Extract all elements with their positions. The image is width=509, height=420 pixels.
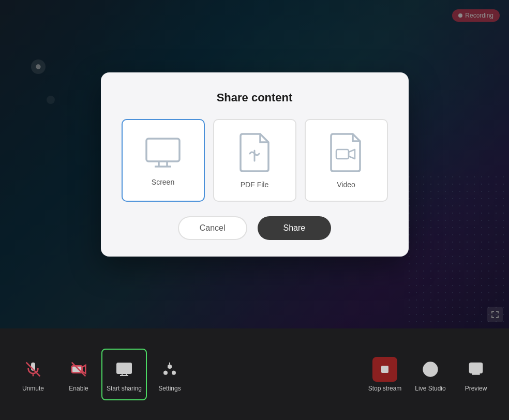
- video-area: Recording Share content Screen: [0, 0, 509, 328]
- toolbar-item-preview[interactable]: Preview: [453, 349, 499, 400]
- modal-title: Share content: [122, 91, 388, 104]
- settings-label: Settings: [158, 385, 181, 392]
- screen-label: Screen: [152, 178, 174, 186]
- preview-label: Preview: [465, 385, 487, 392]
- share-content-modal: Share content Screen: [101, 72, 409, 257]
- toolbar-item-stop-stream[interactable]: Stop stream: [362, 349, 408, 400]
- unmute-label: Unmute: [22, 385, 44, 392]
- svg-rect-1: [146, 139, 179, 161]
- toolbar: Unmute Enable Start sharing: [0, 328, 509, 420]
- share-option-pdf[interactable]: PDF File: [213, 119, 296, 202]
- modal-actions: Cancel Share: [122, 216, 388, 240]
- toolbar-item-unmute[interactable]: Unmute: [10, 349, 56, 400]
- video-label: Video: [337, 181, 355, 189]
- toolbar-item-start-sharing[interactable]: Start sharing: [101, 349, 147, 400]
- share-options-group: Screen PDF File: [122, 119, 388, 202]
- svg-rect-11: [117, 363, 131, 373]
- preview-icon: [463, 357, 488, 382]
- share-option-screen[interactable]: Screen: [122, 119, 205, 202]
- stop-stream-label: Stop stream: [368, 385, 402, 392]
- live-studio-icon: [418, 357, 443, 382]
- share-button[interactable]: Share: [258, 216, 332, 240]
- start-sharing-label: Start sharing: [107, 385, 142, 392]
- svg-point-16: [168, 364, 172, 368]
- pdf-icon: [236, 132, 273, 173]
- start-sharing-icon: [112, 357, 137, 382]
- share-option-video[interactable]: Video: [305, 119, 388, 202]
- toolbar-item-live-studio[interactable]: Live Studio: [408, 349, 453, 400]
- toolbar-item-settings[interactable]: Settings: [147, 349, 192, 400]
- svg-rect-6: [336, 149, 349, 159]
- settings-icon: [157, 357, 182, 382]
- enable-icon: [66, 357, 91, 382]
- unmute-icon: [21, 357, 46, 382]
- toolbar-item-enable[interactable]: Enable: [56, 349, 101, 400]
- pdf-label: PDF File: [241, 181, 268, 189]
- video-icon: [328, 132, 364, 173]
- screen-icon: [142, 134, 184, 171]
- stop-stream-icon: [372, 357, 397, 382]
- modal-overlay: Share content Screen: [0, 0, 509, 328]
- enable-label: Enable: [69, 385, 88, 392]
- live-studio-label: Live Studio: [415, 385, 445, 392]
- svg-rect-19: [381, 366, 388, 373]
- cancel-button[interactable]: Cancel: [178, 216, 247, 240]
